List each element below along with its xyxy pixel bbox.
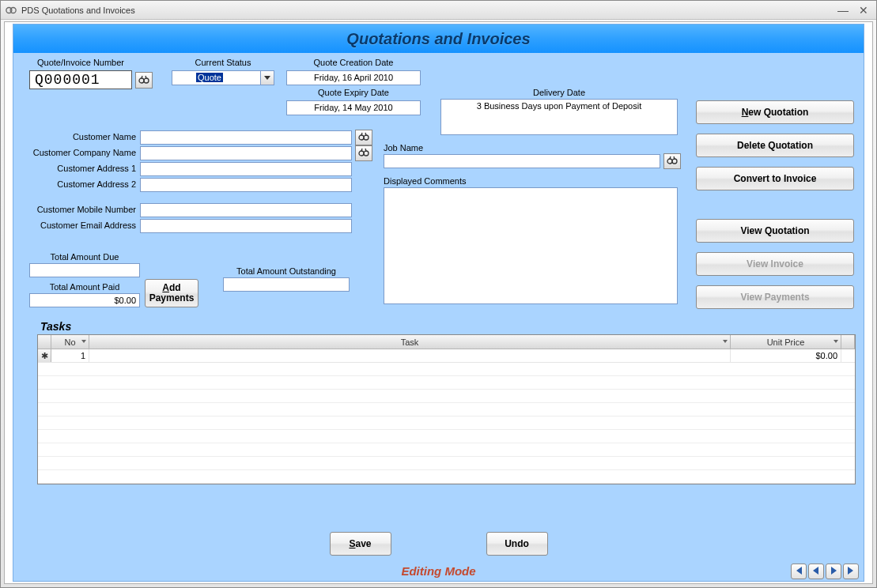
creation-date-label: Quote Creation Date [286, 58, 421, 67]
address1-input[interactable] [140, 162, 352, 176]
form-content: Quote/Invoice Number Q000001 Current Sta… [13, 53, 864, 581]
comments-input[interactable] [384, 187, 678, 304]
email-input[interactable] [140, 219, 352, 233]
svg-point-6 [359, 151, 364, 156]
binoculars-icon [667, 156, 678, 167]
svg-point-3 [144, 78, 149, 83]
binoculars-icon [358, 148, 369, 159]
first-icon [795, 567, 803, 576]
delivery-date-input[interactable]: 3 Business Days upon Payment of Deposit [440, 99, 678, 135]
svg-point-8 [667, 159, 672, 164]
delivery-date-label: Delivery Date [440, 88, 678, 97]
app-window: PDS Quotations and Invoices — ✕ Quotatio… [0, 0, 877, 588]
status-value: Quote [196, 73, 223, 82]
address1-label: Customer Address 1 [21, 164, 136, 173]
minimize-button[interactable]: — [835, 4, 851, 17]
grid-header: No Task Unit Price [38, 335, 855, 349]
view-invoice-button[interactable]: View Invoice [696, 252, 854, 276]
quote-number-input[interactable]: Q000001 [29, 70, 132, 89]
quote-number-search-button[interactable] [135, 72, 153, 89]
task-header[interactable]: Task [89, 335, 731, 349]
creation-date-field[interactable]: Friday, 16 April 2010 [286, 70, 421, 85]
address2-label: Customer Address 2 [21, 179, 136, 189]
cell-unit-price[interactable]: $0.00 [731, 349, 841, 362]
total-due-field[interactable] [29, 263, 140, 277]
status-dropdown-button[interactable] [261, 70, 274, 85]
tasks-grid[interactable]: No Task Unit Price ✱ 1 $0.00 [37, 334, 856, 484]
delete-quotation-button[interactable]: Delete Quotation [696, 134, 854, 157]
nav-prev-button[interactable] [808, 564, 824, 579]
titlebar: PDS Quotations and Invoices — ✕ [1, 1, 876, 20]
nav-first-button[interactable] [791, 564, 807, 579]
total-due-label: Total Amount Due [29, 252, 140, 262]
job-name-search-button[interactable] [663, 153, 681, 169]
form-panel: Quotations and Invoices Quote/Invoice Nu… [13, 24, 864, 582]
company-name-label: Customer Company Name [21, 148, 136, 157]
job-name-label: Job Name [384, 143, 463, 153]
cell-no[interactable]: 1 [51, 349, 89, 362]
new-quotation-button[interactable]: New Quotation [696, 100, 854, 124]
svg-point-4 [359, 135, 364, 140]
svg-point-2 [139, 78, 144, 83]
svg-point-7 [364, 151, 369, 156]
customer-name-search-button[interactable] [355, 130, 372, 145]
table-row[interactable]: ✱ 1 $0.00 [38, 349, 855, 363]
mobile-label: Customer Mobile Number [21, 205, 136, 214]
window-title: PDS Quotations and Invoices [21, 6, 135, 15]
convert-to-invoice-button[interactable]: Convert to Invoice [696, 167, 854, 190]
quote-number-label: Quote/Invoice Number [29, 58, 132, 67]
view-payments-button[interactable]: View Payments [696, 285, 854, 309]
tasks-label: Tasks [40, 320, 71, 333]
svg-point-5 [364, 135, 369, 140]
client-area: Quotations and Invoices Quote/Invoice Nu… [4, 21, 873, 584]
grid-select-all[interactable] [38, 335, 51, 349]
view-quotation-button[interactable]: View Quotation [696, 219, 854, 243]
page-header: Quotations and Invoices [13, 24, 864, 53]
binoculars-icon [358, 132, 369, 143]
total-outstanding-label: Total Amount Outstanding [223, 266, 350, 276]
last-icon [847, 567, 855, 576]
svg-point-9 [672, 159, 677, 164]
job-name-input[interactable] [384, 154, 660, 168]
status-label: Current Status [172, 58, 274, 67]
unit-price-header[interactable]: Unit Price [731, 335, 841, 349]
customer-name-input[interactable] [140, 130, 352, 145]
undo-button[interactable]: Undo [486, 532, 548, 556]
svg-point-1 [10, 7, 16, 13]
mobile-input[interactable] [140, 203, 352, 217]
address2-input[interactable] [140, 178, 352, 192]
save-button[interactable]: Save [330, 532, 391, 556]
status-dropdown[interactable]: Quote [172, 70, 274, 85]
total-paid-label: Total Amount Paid [29, 282, 140, 292]
company-name-input[interactable] [140, 146, 352, 160]
total-paid-field[interactable] [29, 293, 140, 307]
record-navigator [791, 564, 859, 579]
prev-icon [812, 567, 820, 576]
customer-name-label: Customer Name [21, 132, 136, 141]
page-title: Quotations and Invoices [346, 30, 530, 48]
comments-label: Displayed Comments [384, 176, 510, 186]
cell-task[interactable] [89, 349, 731, 362]
nav-next-button[interactable] [826, 564, 841, 579]
next-icon [830, 567, 837, 576]
grid-scroll-header [841, 335, 855, 349]
close-button[interactable]: ✕ [856, 4, 871, 17]
total-outstanding-field[interactable] [223, 277, 350, 292]
email-label: Customer Email Address [21, 220, 136, 230]
expiry-date-field[interactable]: Friday, 14 May 2010 [286, 100, 421, 115]
app-icon [6, 5, 17, 16]
row-handle[interactable]: ✱ [38, 349, 51, 362]
mode-label: Editing Mode [13, 564, 864, 578]
expiry-date-label: Quote Expiry Date [286, 88, 421, 97]
no-header[interactable]: No [51, 335, 89, 349]
nav-last-button[interactable] [843, 564, 859, 579]
company-name-search-button[interactable] [355, 145, 372, 161]
binoculars-icon [138, 75, 149, 86]
add-payments-button[interactable]: AddPayments [145, 279, 198, 307]
